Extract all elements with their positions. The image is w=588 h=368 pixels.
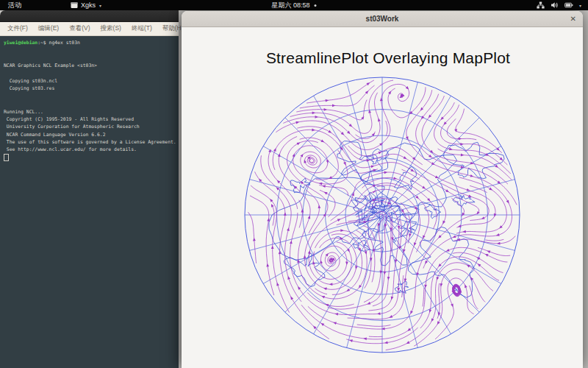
terminal-menubar: 文件(F)编辑(E)查看(V)搜索(S)终端(T)帮助(H) bbox=[0, 22, 179, 36]
prompt-path: :~$ bbox=[37, 40, 49, 46]
terminal-titlebar[interactable] bbox=[0, 10, 179, 22]
clock-button[interactable]: 星期六 08:58 bbox=[267, 0, 320, 10]
plot-canvas-area: StreamlinePlot Overlaying MapPlot bbox=[182, 27, 583, 368]
battery-icon bbox=[564, 1, 573, 9]
notification-dot bbox=[315, 4, 317, 7]
menu-terminal[interactable]: 终端(T) bbox=[126, 24, 157, 33]
streamline-map-plot bbox=[182, 27, 583, 368]
xgks-app-icon bbox=[71, 1, 78, 9]
terminal-window: 文件(F)编辑(E)查看(V)搜索(S)终端(T)帮助(H) yiwei@deb… bbox=[0, 10, 179, 368]
clock-label: 星期六 08:58 bbox=[271, 1, 309, 10]
system-status-area[interactable]: ▾ bbox=[530, 0, 588, 10]
menu-edit[interactable]: 编辑(E) bbox=[33, 24, 64, 33]
terminal-prompt-line: yiwei@debian:~$ ng4ex st03n bbox=[4, 39, 179, 46]
plot-window-title: st03Work bbox=[366, 15, 399, 23]
system-menu-caret-icon: ▾ bbox=[579, 3, 581, 8]
terminal-output-line bbox=[4, 46, 179, 54]
volume-icon bbox=[551, 1, 559, 9]
terminal-cursor-line bbox=[4, 154, 179, 161]
top-bar: 活动 Xgks ▾ 星期六 08:58 ▾ bbox=[0, 0, 588, 10]
terminal-output-line bbox=[4, 100, 179, 107]
app-menu-label: Xgks bbox=[81, 1, 96, 9]
activities-button[interactable]: 活动 bbox=[0, 0, 29, 10]
terminal-output-line: Copying st03.res bbox=[4, 85, 179, 92]
terminal-cursor bbox=[4, 154, 9, 161]
terminal-output-line: The use of this software is governed by … bbox=[4, 138, 179, 146]
terminal-output-line: Copying st03n.ncl bbox=[4, 77, 179, 85]
terminal-output-line: Copyright (C) 1995-2019 - All Rights Res… bbox=[4, 116, 179, 123]
app-menu-caret-icon: ▾ bbox=[99, 3, 101, 8]
prompt-user-host: yiwei@debian bbox=[4, 40, 37, 46]
menu-file[interactable]: 文件(F) bbox=[2, 24, 33, 33]
terminal-output-line bbox=[4, 93, 179, 100]
menu-view[interactable]: 查看(V) bbox=[64, 24, 95, 33]
terminal-output-line bbox=[4, 54, 179, 62]
network-icon bbox=[537, 1, 545, 9]
terminal-output-line: Running NCL... bbox=[4, 108, 179, 116]
plot-window-titlebar[interactable]: st03Work ✕ bbox=[182, 11, 583, 27]
plot-window: st03Work ✕ StreamlinePlot Overlaying Map… bbox=[182, 11, 583, 368]
prompt-command: ng4ex st03n bbox=[49, 40, 80, 46]
terminal-output-line bbox=[4, 70, 179, 77]
terminal-output[interactable]: yiwei@debian:~$ ng4ex st03n NCAR Graphic… bbox=[0, 36, 179, 368]
terminal-output-line: University Corporation for Atmospheric R… bbox=[4, 123, 179, 130]
menu-search[interactable]: 搜索(S) bbox=[96, 24, 126, 33]
terminal-output-line: NCAR Command Language Version 6.6.2 bbox=[4, 131, 179, 138]
app-menu-button[interactable]: Xgks ▾ bbox=[65, 0, 107, 10]
terminal-output-line: See http://www.ncl.ucar.edu/ for more de… bbox=[4, 146, 179, 153]
terminal-output-line: NCAR Graphics NCL Example <st03n> bbox=[4, 62, 179, 69]
close-button[interactable]: ✕ bbox=[570, 15, 576, 23]
